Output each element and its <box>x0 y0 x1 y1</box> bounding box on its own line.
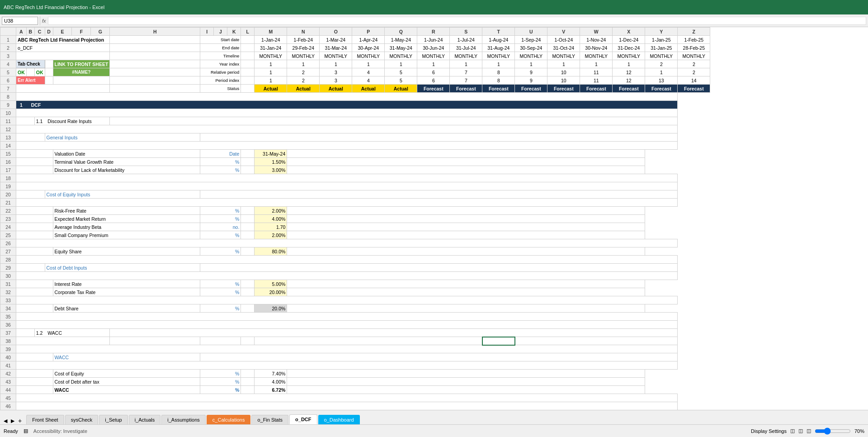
cell-t2[interactable]: 31-Aug-24 <box>482 44 515 52</box>
formula-input[interactable] <box>48 17 866 25</box>
col-p[interactable]: P <box>352 28 385 36</box>
tab-o-dashboard[interactable]: o_Dashboard <box>318 415 360 424</box>
cell-v3[interactable]: MONTHLY <box>547 52 580 60</box>
avg-beta-val[interactable]: 1.70 <box>255 223 287 231</box>
zoom-slider[interactable] <box>815 428 851 435</box>
cell-z1[interactable]: 1-Feb-25 <box>678 36 710 44</box>
col-y[interactable]: Y <box>645 28 678 36</box>
col-s[interactable]: S <box>450 28 482 36</box>
cell-r2[interactable]: 30-Jun-24 <box>417 44 450 52</box>
col-j[interactable]: J <box>214 28 227 36</box>
corp-tax-val[interactable]: 20.00% <box>255 288 287 296</box>
cell-w1[interactable]: 1-Nov-24 <box>580 36 613 44</box>
cell-n3[interactable]: MONTHLY <box>287 52 320 60</box>
cell-z3[interactable]: MONTHLY <box>678 52 710 60</box>
cell-x2[interactable]: 31-Dec-24 <box>613 44 645 52</box>
col-o[interactable]: O <box>320 28 352 36</box>
tab-i-setup[interactable]: i_Setup <box>99 415 127 424</box>
interest-rate-val[interactable]: 5.00% <box>255 280 287 288</box>
cell-u1[interactable]: 1-Sep-24 <box>515 36 547 44</box>
cell-o2[interactable]: 31-Mar-24 <box>320 44 352 52</box>
view-layout-icon[interactable]: ◫ <box>798 428 803 434</box>
cell-l2[interactable] <box>241 44 255 52</box>
link-btn[interactable]: LINK TO FRONT SHEET <box>53 60 110 68</box>
col-e[interactable]: E <box>53 28 72 36</box>
valuation-date-val[interactable]: 31-May-24 <box>255 150 287 158</box>
col-f[interactable]: F <box>72 28 91 36</box>
wacc-val[interactable]: 6.72% <box>255 386 287 394</box>
dlom-val[interactable]: 3.00% <box>255 166 287 174</box>
tab-scroll-right[interactable]: ▶ <box>9 418 16 424</box>
col-v[interactable]: V <box>547 28 580 36</box>
col-r[interactable]: R <box>417 28 450 36</box>
debt-share-val[interactable]: 20.0% <box>255 304 287 313</box>
cell-t3[interactable]: MONTHLY <box>482 52 515 60</box>
cell-m2[interactable]: 31-Jan-24 <box>255 44 287 52</box>
name-err[interactable]: #NAME? <box>53 68 110 76</box>
cell-h2[interactable] <box>110 44 200 52</box>
cost-equity-val[interactable]: 7.40% <box>255 370 287 378</box>
page-view-icon[interactable]: ▤ <box>24 428 28 434</box>
tab-o-dcf[interactable]: o_DCF <box>289 414 317 424</box>
expected-market-val[interactable]: 4.00% <box>255 215 287 223</box>
tab-sys-check[interactable]: sysCheck <box>65 415 99 424</box>
selected-cell-u38[interactable] <box>482 337 515 345</box>
small-company-val[interactable]: 2.00% <box>255 231 287 239</box>
cell-s2[interactable]: 31-Jul-24 <box>450 44 482 52</box>
col-m[interactable]: M <box>255 28 287 36</box>
cell-u3[interactable]: MONTHLY <box>515 52 547 60</box>
col-w[interactable]: W <box>580 28 613 36</box>
tab-front-sheet[interactable]: Front Sheet <box>26 415 64 424</box>
cost-debt-aftertax-val[interactable]: 4.00% <box>255 378 287 386</box>
cell-t1[interactable]: 1-Aug-24 <box>482 36 515 44</box>
view-page-break-icon[interactable]: ◫ <box>807 428 811 434</box>
accessibility-text[interactable]: Accessibility: Investigate <box>33 428 87 434</box>
cell-q3[interactable]: MONTHLY <box>385 52 417 60</box>
cell-w2[interactable]: 30-Nov-24 <box>580 44 613 52</box>
tab-c-calculations[interactable]: c_Calculations <box>207 415 251 424</box>
cell-y2[interactable]: 31-Jan-25 <box>645 44 678 52</box>
cell-o1[interactable]: 1-Mar-24 <box>320 36 352 44</box>
col-k[interactable]: K <box>227 28 241 36</box>
cell-u2[interactable]: 30-Sep-24 <box>515 44 547 52</box>
col-u[interactable]: U <box>515 28 547 36</box>
col-h[interactable]: H <box>110 28 200 36</box>
terminal-growth-val[interactable]: 1.50% <box>255 158 287 166</box>
cell-p1[interactable]: 1-Apr-24 <box>352 36 385 44</box>
col-c[interactable]: C <box>34 28 45 36</box>
cell-y1[interactable]: 1-Jan-25 <box>645 36 678 44</box>
cell-m1[interactable]: 1-Jan-24 <box>255 36 287 44</box>
display-settings[interactable]: Display Settings <box>751 428 787 434</box>
tab-o-fin-stats[interactable]: o_Fin Stats <box>251 415 288 424</box>
cell-m3[interactable]: MONTHLY <box>255 52 287 60</box>
col-t[interactable]: T <box>482 28 515 36</box>
tab-i-actuals[interactable]: i_Actuals <box>129 415 161 424</box>
cell-q1[interactable]: 1-May-24 <box>385 36 417 44</box>
col-x[interactable]: X <box>613 28 645 36</box>
add-sheet-btn[interactable]: + <box>16 417 24 424</box>
view-normal-icon[interactable]: ◫ <box>790 428 795 434</box>
cell-x1[interactable]: 1-Dec-24 <box>613 36 645 44</box>
cell-z2[interactable]: 28-Feb-25 <box>678 44 710 52</box>
cell-s3[interactable]: MONTHLY <box>450 52 482 60</box>
cell-w3[interactable]: MONTHLY <box>580 52 613 60</box>
cell-q2[interactable]: 31-May-24 <box>385 44 417 52</box>
col-b[interactable]: B <box>26 28 34 36</box>
risk-free-val[interactable]: 2.00% <box>255 207 287 215</box>
cell-v1[interactable]: 1-Oct-24 <box>547 36 580 44</box>
col-n[interactable]: N <box>287 28 320 36</box>
col-a[interactable]: A <box>16 28 27 36</box>
cell-n2[interactable]: 29-Feb-24 <box>287 44 320 52</box>
name-box[interactable] <box>2 17 38 25</box>
cell-v2[interactable]: 31-Oct-24 <box>547 44 580 52</box>
tab-scroll-left[interactable]: ◀ <box>2 418 9 424</box>
cell-p2[interactable]: 30-Apr-24 <box>352 44 385 52</box>
col-z[interactable]: Z <box>678 28 710 36</box>
col-l[interactable]: L <box>241 28 255 36</box>
col-q[interactable]: Q <box>385 28 417 36</box>
cell-r3[interactable]: MONTHLY <box>417 52 450 60</box>
cell-s1[interactable]: 1-Jul-24 <box>450 36 482 44</box>
cell-y3[interactable]: MONTHLY <box>645 52 678 60</box>
cell-r1[interactable]: 1-Jun-24 <box>417 36 450 44</box>
cell-a2[interactable]: o_DCF <box>16 44 110 52</box>
